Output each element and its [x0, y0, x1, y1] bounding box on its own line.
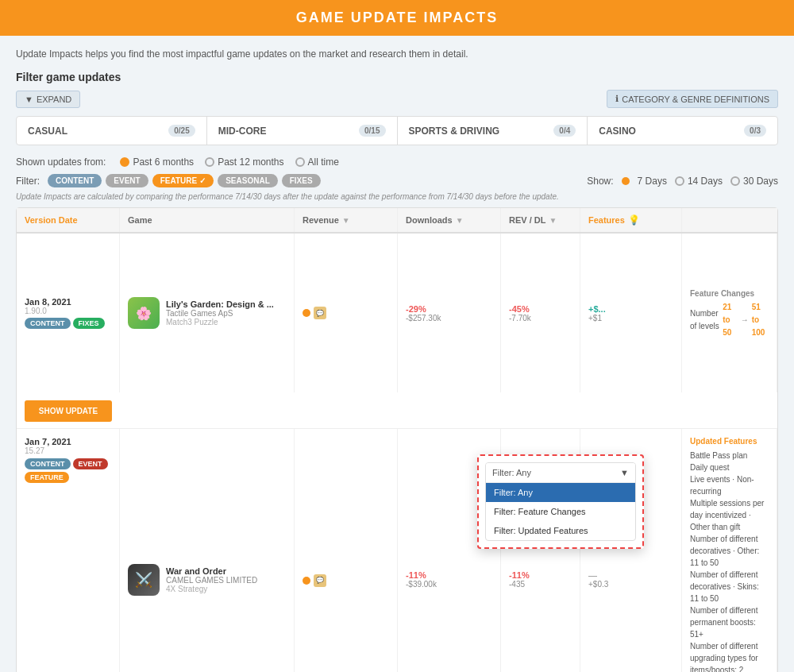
- dropdown-arrow: ▼: [620, 468, 629, 477]
- row1-game-name: Lily's Garden: Design & ...: [166, 299, 274, 309]
- row1-date: Jan 8, 2021: [25, 297, 111, 307]
- row1-revdl-abs: +$1: [588, 314, 673, 322]
- row1-genre: Match3 Puzzle: [166, 318, 274, 326]
- row1-tag-content: CONTENT: [25, 318, 71, 329]
- row2-revenue-pct: -11%: [406, 570, 492, 580]
- th-revdl: REV / DL ▼: [501, 208, 580, 232]
- tab-midcore[interactable]: MID-CORE 0/15: [207, 117, 398, 145]
- row2-feature-deco2: Number of different decoratives · Skins:…: [690, 569, 769, 604]
- subtitle: Update Impacts helps you find the most i…: [16, 48, 778, 60]
- row1-revenue-abs: -$257.30k: [406, 314, 492, 322]
- time-past12-option[interactable]: Past 12 months: [205, 156, 283, 168]
- table-header: Version Date Game Revenue ▼ Downloads ▼ …: [17, 208, 777, 234]
- row2-company: CAMEL GAMES LIMITED: [166, 576, 257, 585]
- th-action: [682, 208, 777, 232]
- row2-game-name: War and Order: [166, 566, 257, 576]
- row2-tag-content: CONTENT: [25, 458, 71, 469]
- tab-midcore-badge: 0/15: [359, 125, 385, 137]
- filter-tag-feature[interactable]: FEATURE ✓: [152, 174, 214, 187]
- chat-icon-2: 💬: [314, 574, 326, 587]
- chevron-down-icon: ▼: [25, 95, 33, 104]
- row2-tag-event: EVENT: [73, 458, 108, 469]
- filter-section-title: Filter game updates: [16, 71, 778, 83]
- time-alltime-option[interactable]: All time: [295, 156, 339, 168]
- category-definitions-button[interactable]: ℹ CATEGORY & GENRE DEFINITIONS: [607, 90, 778, 108]
- tab-sports[interactable]: SPORTS & DRIVING 0/4: [398, 117, 588, 145]
- time-past6-option[interactable]: Past 6 months: [120, 156, 194, 168]
- row1-version: 1.90.0: [25, 307, 111, 315]
- row2-version: 15.27: [25, 446, 111, 455]
- check-icon: ✓: [199, 176, 206, 185]
- row2-revdl-abs: +$0.3: [588, 580, 673, 589]
- row2-feature-upgrade: Number of different upgrading types for …: [690, 640, 769, 672]
- info-icon-revdl: ▼: [549, 216, 557, 225]
- row2-revenue-abs: -$39.00k: [406, 580, 492, 589]
- table-container: Version Date Game Revenue ▼ Downloads ▼ …: [16, 207, 778, 672]
- dropdown-option-any[interactable]: Filter: Any: [486, 483, 635, 502]
- row2-feature-boosts: Number of different permanent boosts: 51…: [690, 604, 769, 640]
- row2-feature-live: Live events · Non-recurring: [690, 473, 769, 497]
- th-features: Features 💡: [580, 208, 682, 232]
- note-text: Update Impacts are calculated by compari…: [16, 192, 778, 201]
- th-revenue: Revenue ▼: [295, 208, 398, 232]
- show-30days[interactable]: 30 Days: [730, 176, 778, 187]
- show-label: Show:: [587, 176, 613, 187]
- row2-downloads-pct: -11%: [509, 570, 572, 580]
- category-tabs: CASUAL 0/25 MID-CORE 0/15 SPORTS & DRIVI…: [16, 116, 778, 145]
- time-filter-label: Shown updates from:: [16, 156, 106, 168]
- features-dropdown-overlay: Filter: Any ▼ Filter: Any Filter: Featur…: [477, 454, 644, 549]
- tab-sports-badge: 0/4: [553, 125, 576, 137]
- row1-status-icons: 💬: [303, 307, 326, 319]
- row2-tag-feature: FEATURE: [25, 472, 69, 483]
- dropdown-select-header[interactable]: Filter: Any ▼: [486, 463, 635, 483]
- filter-label: Filter:: [16, 176, 40, 187]
- tab-casino[interactable]: CASINO 0/3: [588, 117, 777, 145]
- top-bar: GAME UPDATE IMPACTS: [0, 0, 794, 36]
- page-title: GAME UPDATE IMPACTS: [296, 10, 498, 25]
- chat-icon: 💬: [314, 307, 326, 319]
- row2-date: Jan 7, 2021: [25, 437, 111, 446]
- filter-tag-content[interactable]: CONTENT: [48, 174, 102, 187]
- row2-feature-daily: Daily quest: [690, 462, 769, 473]
- info-icon: ℹ: [615, 94, 619, 104]
- row2-status-icons: 💬: [303, 574, 326, 587]
- row1-downloads-abs: -7.70k: [509, 314, 572, 322]
- filter-tag-fixes[interactable]: FIXES: [282, 174, 321, 187]
- bulb-icon: 💡: [628, 214, 640, 226]
- expand-button[interactable]: ▼ EXPAND: [16, 91, 80, 108]
- row1-features-section: Feature Changes Number of levels 21 to 5…: [690, 285, 769, 339]
- row1-downloads-pct: -45%: [509, 304, 572, 314]
- row1-company: Tactile Games ApS: [166, 309, 274, 318]
- show-7days[interactable]: 7 Days: [638, 176, 667, 187]
- filter-tag-seasonal[interactable]: SEASONAL: [218, 174, 278, 187]
- row1-tag-fixes: FIXES: [73, 318, 105, 329]
- info-icon-revenue: ▼: [342, 216, 350, 225]
- row2-revdl-pct: —: [588, 570, 673, 580]
- row2-feature-deco1: Number of different decoratives · Other:…: [690, 533, 769, 569]
- dropdown-container: Filter: Any ▼ Filter: Any Filter: Featur…: [485, 462, 636, 541]
- info-icon-downloads: ▼: [456, 216, 464, 225]
- tab-casual[interactable]: CASUAL 0/25: [17, 117, 207, 145]
- filter-tag-event[interactable]: EVENT: [106, 174, 148, 187]
- row2-feature-battle: Battle Pass plan: [690, 450, 769, 462]
- row2-features-title: Updated Features: [690, 435, 769, 448]
- tab-casual-badge: 0/25: [168, 125, 195, 137]
- row2-downloads-abs: -435: [509, 580, 572, 589]
- row1-game-icon: 🌸: [128, 297, 160, 329]
- th-downloads: Downloads ▼: [398, 208, 501, 232]
- th-version-date: Version Date: [17, 208, 120, 232]
- tab-casino-badge: 0/3: [744, 125, 766, 137]
- row1-revenue-pct: -29%: [406, 304, 492, 314]
- table-row: Jan 7, 2021 15.27 CONTENT EVENT FEATURE …: [17, 429, 777, 672]
- row2-genre: 4X Strategy: [166, 585, 257, 593]
- dropdown-option-feature-changes[interactable]: Filter: Feature Changes: [486, 502, 635, 521]
- th-game: Game: [120, 208, 295, 232]
- show-14days[interactable]: 14 Days: [675, 176, 723, 187]
- row2-feature-multi: Multiple sessions per day incentivized ·…: [690, 497, 769, 533]
- row1-show-update-btn[interactable]: SHOW UPDATE: [25, 400, 112, 422]
- row2-game-icon: ⚔️: [128, 564, 160, 596]
- row1-revdl-pct: +$...: [588, 304, 673, 314]
- table-row: Jan 8, 2021 1.90.0 CONTENT FIXES 🌸 Lily'…: [17, 234, 777, 429]
- dropdown-option-updated-features[interactable]: Filter: Updated Features: [486, 521, 635, 540]
